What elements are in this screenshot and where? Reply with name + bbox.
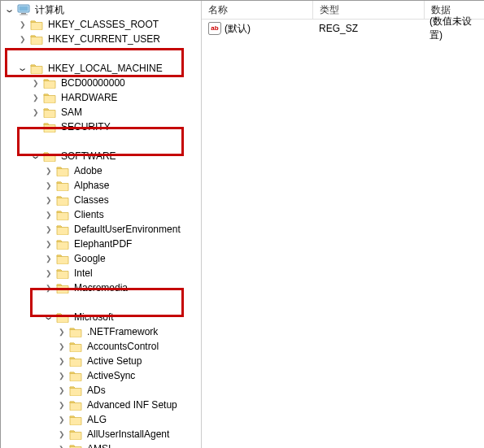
tree-label: Adobe (72, 165, 104, 176)
tree-item[interactable]: ❯SOFTWARE (4, 149, 201, 163)
tree-item[interactable]: ❯HKEY_CURRENT_USER (4, 32, 201, 46)
tree-item[interactable]: ❯DefaultUserEnvironment (4, 222, 201, 237)
expand-toggle[interactable]: ❯ (43, 284, 55, 292)
tree-item[interactable]: ❯SAM (4, 105, 201, 120)
tree-item[interactable]: ❯Adobe (4, 163, 201, 178)
value-type: REG_SZ (312, 23, 423, 34)
expand-toggle[interactable]: ❯ (56, 342, 68, 350)
tree-label: Google (72, 253, 107, 264)
expand-toggle[interactable]: ❯ (56, 445, 68, 448)
expand-toggle[interactable]: ❯ (43, 225, 55, 233)
value-row[interactable]: ab (默认) REG_SZ (数值未设置) (202, 20, 484, 36)
expand-toggle[interactable]: ❯ (43, 240, 55, 248)
expand-toggle[interactable]: ❯ (56, 357, 68, 365)
tree-label: Macromedia (72, 282, 129, 294)
folder-icon (56, 254, 69, 264)
expand-toggle[interactable]: ❯ (17, 35, 28, 43)
folder-icon (30, 34, 43, 45)
tree-item[interactable]: ❯HKEY_CLASSES_ROOT (4, 17, 201, 32)
tree-item[interactable]: ❯Intel (4, 266, 201, 281)
tree-item[interactable] (4, 295, 201, 310)
tree-label: HARDWARE (59, 92, 120, 103)
expand-toggle[interactable]: ❯ (56, 430, 68, 438)
tree-item[interactable]: ❯计算机 (4, 2, 201, 17)
tree-item[interactable]: ❯BCD00000000 (4, 76, 201, 90)
folder-icon (56, 166, 69, 176)
collapse-toggle[interactable]: ❯ (33, 150, 39, 162)
tree-label: Active Setup (85, 355, 143, 367)
tree-item[interactable]: ❯ADs (4, 383, 201, 398)
expand-toggle[interactable]: ❯ (43, 167, 55, 175)
tree-item[interactable]: ❯ALG (4, 412, 201, 427)
expand-toggle[interactable]: ❯ (56, 386, 68, 394)
collapse-toggle[interactable]: ❯ (20, 63, 26, 74)
tree-item[interactable]: ❯.NETFramework (4, 324, 201, 339)
expand-toggle[interactable]: ❯ (43, 181, 55, 189)
tree-label: SOFTWARE (59, 150, 118, 162)
tree-label: ElephantPDF (72, 238, 133, 250)
tree-item[interactable]: ❯Advanced INF Setup (4, 398, 201, 412)
tree-label: .NETFramework (85, 326, 159, 337)
tree-label: HKEY_CLASSES_ROOT (46, 19, 160, 30)
expand-toggle[interactable]: ❯ (43, 196, 55, 204)
tree-panel: ❯计算机❯HKEY_CLASSES_ROOT❯HKEY_CURRENT_USER… (1, 1, 202, 448)
tree-item[interactable]: ❯ActiveSync (4, 368, 201, 383)
computer-icon (17, 4, 30, 15)
tree-item[interactable]: ❯HKEY_LOCAL_MACHINE (4, 61, 201, 76)
folder-icon (69, 400, 82, 411)
folder-icon (43, 93, 56, 103)
tree-label: SECURITY (59, 121, 112, 133)
tree-label: HKEY_LOCAL_MACHINE (46, 63, 164, 74)
expand-toggle[interactable]: ❯ (56, 372, 68, 380)
expand-toggle[interactable]: ❯ (43, 254, 55, 263)
tree-label: ActiveSync (85, 370, 137, 381)
tree-item[interactable]: ❯HARDWARE (4, 90, 201, 105)
expand-toggle[interactable]: ❯ (30, 94, 41, 102)
expand-toggle[interactable]: ❯ (56, 415, 68, 424)
folder-icon (69, 415, 82, 425)
svg-rect-2 (21, 13, 26, 15)
tree-item[interactable]: ❯AllUserInstallAgent (4, 427, 201, 441)
header-name[interactable]: 名称 (202, 1, 313, 19)
tree-label: AMSI (85, 443, 112, 448)
tree-label: ALG (85, 414, 108, 425)
expand-toggle[interactable]: ❯ (30, 79, 41, 87)
tree-item[interactable] (4, 46, 201, 61)
tree-item[interactable]: ❯Google (4, 251, 201, 266)
tree-item[interactable]: ❯Alphase (4, 178, 201, 193)
tree-label: Advanced INF Setup (85, 399, 179, 411)
folder-icon (56, 239, 69, 250)
tree-item[interactable] (4, 134, 201, 149)
tree-item[interactable]: ❯ElephantPDF (4, 237, 201, 251)
expand-toggle[interactable]: ❯ (43, 269, 55, 277)
folder-icon (69, 341, 82, 352)
tree-item[interactable]: ❯AccountsControl (4, 339, 201, 354)
expand-toggle[interactable]: ❯ (17, 20, 28, 28)
tree-item[interactable]: ❯Classes (4, 193, 201, 207)
string-value-icon: ab (208, 22, 221, 35)
value-name: (默认) (225, 22, 251, 36)
folder-icon (43, 122, 56, 133)
tree-item[interactable]: ❯Active Setup (4, 354, 201, 368)
tree-item[interactable]: ❯Macromedia (4, 281, 201, 295)
tree-item[interactable]: ❯Microsoft (4, 310, 201, 324)
header-type[interactable]: 类型 (313, 1, 425, 19)
folder-icon (56, 283, 69, 294)
tree-item[interactable]: ❯AMSI (4, 441, 201, 448)
folder-icon (56, 195, 69, 206)
tree-label: AccountsControl (85, 341, 160, 352)
folder-icon (69, 444, 82, 449)
svg-rect-1 (20, 7, 28, 11)
collapse-toggle[interactable]: ❯ (7, 4, 13, 15)
expand-toggle[interactable]: ❯ (56, 328, 68, 336)
expand-toggle[interactable]: ❯ (43, 211, 55, 219)
folder-icon (43, 107, 56, 118)
tree-item[interactable]: SECURITY (4, 120, 201, 134)
tree-item[interactable]: ❯Clients (4, 207, 201, 222)
expand-toggle[interactable]: ❯ (30, 108, 41, 116)
tree-label: DefaultUserEnvironment (72, 224, 182, 235)
regedit-window: ❯计算机❯HKEY_CLASSES_ROOT❯HKEY_CURRENT_USER… (0, 0, 484, 448)
expand-toggle[interactable]: ❯ (56, 401, 68, 409)
collapse-toggle[interactable]: ❯ (46, 311, 52, 323)
registry-tree[interactable]: ❯计算机❯HKEY_CLASSES_ROOT❯HKEY_CURRENT_USER… (1, 1, 201, 448)
